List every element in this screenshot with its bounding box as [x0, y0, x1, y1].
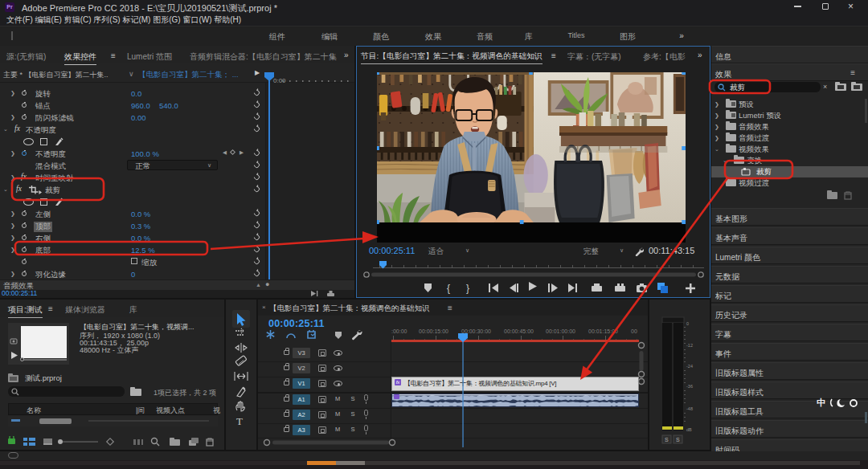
svg-text:}: } [466, 283, 469, 294]
svg-text:-48: -48 [686, 406, 693, 411]
svg-text:-36: -36 [686, 384, 693, 389]
svg-text:S: S [676, 437, 680, 442]
svg-text:S: S [665, 437, 669, 442]
svg-text:{: { [447, 283, 450, 294]
svg-text:dB: dB [686, 427, 692, 432]
svg-text:-12: -12 [686, 343, 693, 348]
svg-text:T: T [236, 415, 243, 427]
svg-text:0: 0 [686, 321, 689, 326]
svg-text:-24: -24 [686, 364, 693, 369]
